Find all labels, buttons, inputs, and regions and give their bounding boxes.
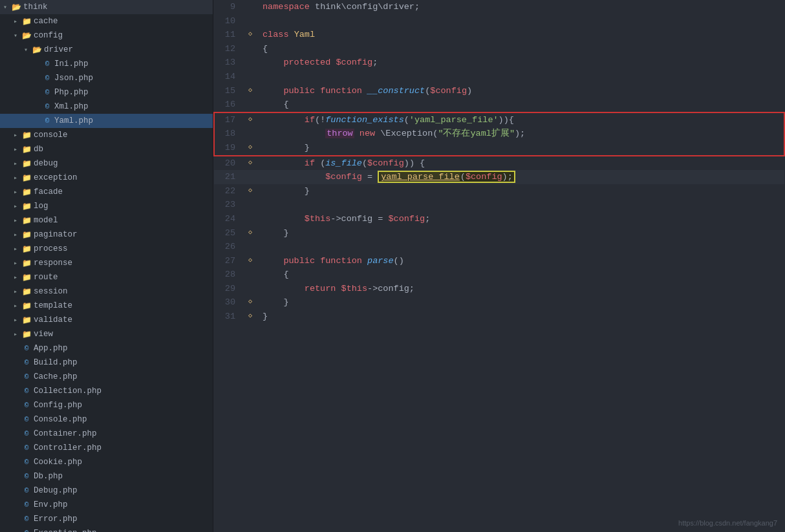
sidebar-item-exception-php[interactable]: ©Exception.php (0, 526, 213, 532)
code-content: throw new \Exception("不存在yaml扩展"); (257, 127, 784, 141)
file-icon: © (41, 74, 53, 82)
code-content: { (257, 98, 784, 112)
sidebar-item-view[interactable]: 📁view (0, 327, 213, 341)
sidebar-item-route[interactable]: 📁route (0, 270, 213, 284)
sidebar-item-driver[interactable]: 📂driver (0, 43, 213, 57)
code-line-12: 12{ (214, 42, 784, 56)
folder-arrow (10, 174, 21, 182)
sidebar-item-console[interactable]: 📁console (0, 128, 213, 142)
sidebar-item-xml-php[interactable]: ©Xml.php (0, 100, 213, 114)
gutter-cell (243, 198, 257, 212)
code-content: if(!function_exists('yaml_parse_file')){ (257, 112, 784, 127)
gutter-cell: ◇ (243, 141, 257, 156)
code-line-16: 16 { (214, 98, 784, 112)
gutter-diamond-icon: ◇ (248, 116, 252, 123)
item-label: template (34, 301, 72, 310)
folder-icon: 📁 (21, 145, 32, 154)
sidebar-item-build-php[interactable]: ©Build.php (0, 356, 213, 370)
gutter-cell: ◇ (243, 112, 257, 127)
code-content: } (257, 184, 784, 198)
file-tree[interactable]: 📂think📁cache📂config📂driver©Ini.php©Json.… (0, 0, 213, 532)
sidebar-item-app-php[interactable]: ©App.php (0, 341, 213, 356)
sidebar-item-error-php[interactable]: ©Error.php (0, 512, 213, 526)
code-content: return $this->config; (257, 282, 784, 296)
code-line-31: 31◇} (214, 310, 784, 324)
folder-icon: 📁 (21, 131, 32, 140)
sidebar-item-paginator[interactable]: 📁paginator (0, 228, 213, 242)
sidebar-item-log[interactable]: 📁log (0, 199, 213, 213)
code-content: } (257, 141, 784, 156)
sidebar-item-process[interactable]: 📁process (0, 242, 213, 256)
sidebar-item-facade[interactable]: 📁facade (0, 185, 213, 199)
folder-icon: 📁 (21, 202, 32, 211)
code-content: } (257, 295, 784, 310)
sidebar-item-cache-php[interactable]: ©Cache.php (0, 370, 213, 384)
code-line-20: 20◇ if (is_file($config)) { (214, 156, 784, 171)
item-label: view (34, 330, 53, 339)
sidebar-item-env-php[interactable]: ©Env.php (0, 498, 213, 512)
code-line-28: 28 { (214, 268, 784, 282)
code-line-11: 11◇class Yaml (214, 28, 784, 42)
item-label: log (34, 202, 48, 211)
folder-icon: 📁 (21, 159, 32, 169)
item-label: Ini.php (54, 59, 89, 69)
sidebar-item-console-php[interactable]: ©Console.php (0, 412, 213, 427)
sidebar-item-template[interactable]: 📁template (0, 299, 213, 313)
sidebar-item-debug[interactable]: 📁debug (0, 156, 213, 171)
item-label: Php.php (54, 88, 89, 97)
sidebar-item-model[interactable]: 📁model (0, 213, 213, 228)
sidebar-item-think[interactable]: 📂think (0, 0, 213, 14)
line-number: 30 (214, 295, 243, 310)
item-label: Cache.php (34, 372, 78, 381)
gutter-diamond-icon: ◇ (248, 229, 252, 236)
folder-icon: 📂 (21, 31, 32, 41)
code-content (257, 198, 784, 212)
sidebar-item-response[interactable]: 📁response (0, 256, 213, 270)
sidebar-item-validate[interactable]: 📁validate (0, 313, 213, 327)
folder-icon: 📁 (21, 330, 32, 339)
folder-arrow (10, 288, 21, 295)
code-content: public function __construct($config) (257, 84, 784, 98)
folder-arrow (10, 188, 21, 196)
code-line-24: 24 $this->config = $config; (214, 212, 784, 226)
sidebar-item-cookie-php[interactable]: ©Cookie.php (0, 455, 213, 469)
sidebar-item-db-php[interactable]: ©Db.php (0, 469, 213, 484)
sidebar-item-yaml-php[interactable]: ©Yaml.php (0, 114, 213, 128)
item-label: driver (44, 45, 73, 54)
gutter-diamond-icon: ◇ (248, 144, 252, 151)
sidebar-item-config[interactable]: 📂config (0, 28, 213, 43)
item-label: session (34, 287, 68, 296)
line-number: 23 (214, 198, 243, 212)
folder-icon: 📁 (21, 216, 32, 226)
folder-arrow (10, 231, 21, 239)
item-label: Exception.php (34, 529, 97, 532)
folder-icon: 📁 (21, 230, 32, 240)
sidebar-item-cache[interactable]: 📁cache (0, 14, 213, 28)
sidebar-item-php-php[interactable]: ©Php.php (0, 85, 213, 100)
file-icon: © (21, 416, 32, 423)
sidebar-item-controller-php[interactable]: ©Controller.php (0, 441, 213, 455)
line-number: 29 (214, 282, 243, 296)
item-label: Db.php (34, 472, 63, 481)
file-icon: © (21, 444, 32, 452)
code-table: 9namespace think\config\driver;10 11◇cla… (213, 0, 785, 324)
sidebar-item-exception[interactable]: 📁exception (0, 171, 213, 185)
sidebar-item-db[interactable]: 📁db (0, 142, 213, 156)
sidebar-item-json-php[interactable]: ©Json.php (0, 71, 213, 85)
sidebar-item-ini-php[interactable]: ©Ini.php (0, 57, 213, 71)
sidebar-item-config-php[interactable]: ©Config.php (0, 398, 213, 412)
line-number: 25 (214, 226, 243, 240)
sidebar-item-session[interactable]: 📁session (0, 284, 213, 299)
item-label: Container.php (34, 429, 97, 438)
file-icon: © (21, 473, 32, 480)
sidebar-item-debug-php[interactable]: ©Debug.php (0, 484, 213, 498)
file-icon: © (21, 387, 32, 395)
line-number: 18 (214, 127, 243, 141)
line-number: 24 (214, 212, 243, 226)
file-icon: © (21, 373, 32, 381)
sidebar-item-collection-php[interactable]: ©Collection.php (0, 384, 213, 398)
item-label: think (23, 3, 48, 12)
folder-arrow (10, 245, 21, 253)
sidebar-item-container-php[interactable]: ©Container.php (0, 427, 213, 441)
item-label: process (34, 244, 68, 253)
